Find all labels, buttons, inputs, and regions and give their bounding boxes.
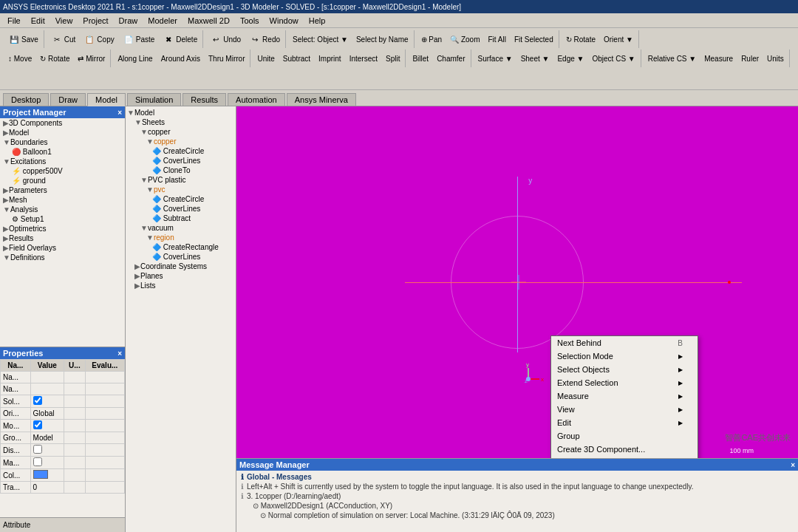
tree-ground[interactable]: ⚡ ground xyxy=(0,176,125,185)
menu-help[interactable]: Help xyxy=(304,16,330,26)
properties-close[interactable]: × xyxy=(117,349,122,358)
split-button[interactable]: Split xyxy=(382,50,403,66)
paste-button[interactable]: 📄Paste xyxy=(119,31,159,47)
mt-planes[interactable]: ▶ Planes xyxy=(127,271,234,281)
tree-field-overlays[interactable]: ▶ Field Overlays xyxy=(0,243,125,253)
relative-cs-button[interactable]: Relative CS ▼ xyxy=(644,50,700,66)
mt-region[interactable]: ▼ region xyxy=(127,233,234,242)
unite-button[interactable]: Unite xyxy=(253,50,278,66)
menu-edit[interactable]: Edit xyxy=(27,16,50,26)
tab-draw[interactable]: Draw xyxy=(50,93,86,106)
imprint-button[interactable]: Imprint xyxy=(315,50,345,66)
tab-model[interactable]: Model xyxy=(87,93,126,106)
project-manager-close[interactable]: × xyxy=(117,109,122,117)
mirror-button[interactable]: ⇄ Mirror xyxy=(74,50,109,66)
subtract-button[interactable]: Subtract xyxy=(279,50,314,66)
sheet-button[interactable]: Sheet ▼ xyxy=(517,50,553,66)
mt-pvc-group[interactable]: ▼ PVC plastic xyxy=(127,175,234,185)
color-swatch[interactable] xyxy=(33,470,48,479)
ctx-edit[interactable]: Edit ▶ xyxy=(551,416,698,429)
menu-tools[interactable]: Tools xyxy=(236,16,264,26)
object-cs-button[interactable]: Object CS ▼ xyxy=(588,50,638,66)
mt-coverlines1[interactable]: 🔷 CoverLines xyxy=(127,156,234,166)
ctx-measure[interactable]: Measure ▶ xyxy=(551,389,698,403)
fit-selected-button[interactable]: Fit Selected xyxy=(511,31,557,47)
mt-pvc-item[interactable]: ▼ pvc xyxy=(127,185,234,194)
billet-button[interactable]: Billet xyxy=(409,50,432,66)
orient-button[interactable]: Orient ▼ xyxy=(600,31,637,47)
ctx-select-objects[interactable]: Select Objects ▶ xyxy=(551,363,698,376)
fit-all-button[interactable]: Fit All xyxy=(484,31,509,47)
redo-button[interactable]: ↪Redo xyxy=(245,31,284,47)
display-checkbox[interactable] xyxy=(33,445,42,454)
tree-copper500v[interactable]: ⚡ copper500V xyxy=(0,166,125,176)
mt-vacuum-group[interactable]: ▼ vacuum xyxy=(127,223,234,233)
undo-button[interactable]: ↩Undo xyxy=(206,31,245,47)
menu-modeler[interactable]: Modeler xyxy=(143,16,182,26)
mt-lists[interactable]: ▶ Lists xyxy=(127,281,234,290)
mt-createcircle2[interactable]: 🔷 CreateCircle xyxy=(127,194,234,204)
surface-button[interactable]: Surface ▼ xyxy=(474,50,516,66)
tab-simulation[interactable]: Simulation xyxy=(127,93,181,106)
menu-project[interactable]: Project xyxy=(78,16,112,26)
menu-window[interactable]: Window xyxy=(265,16,303,26)
chamfer-button[interactable]: Chamfer xyxy=(433,50,468,66)
tree-balloon1[interactable]: 🔴 Balloon1 xyxy=(0,147,125,157)
mt-coord-sys[interactable]: ▶ Coordinate Systems xyxy=(127,262,234,271)
ctx-create-3d[interactable]: Create 3D Component... xyxy=(551,443,698,456)
mt-createcircle1[interactable]: 🔷 CreateCircle xyxy=(127,146,234,156)
tree-definitions[interactable]: ▼ Definitions xyxy=(0,253,125,262)
mt-coverlines3[interactable]: 🔷 CoverLines xyxy=(127,252,234,262)
pan-button[interactable]: ⊕ Pan xyxy=(417,31,446,47)
tree-analysis[interactable]: ▼ Analysis xyxy=(0,205,125,214)
tab-results[interactable]: Results xyxy=(183,93,226,106)
tree-mesh[interactable]: ▶ Mesh xyxy=(0,195,125,205)
cut-button[interactable]: ✂Cut xyxy=(47,31,80,47)
units-button[interactable]: Units xyxy=(763,50,788,66)
rotate2-button[interactable]: ↻ Rotate xyxy=(36,50,73,66)
copy-button[interactable]: 📋Copy xyxy=(80,31,117,47)
tab-desktop[interactable]: Desktop xyxy=(3,93,49,106)
viewport[interactable]: 100 mm y x y z xyxy=(236,106,798,458)
along-line-button[interactable]: Along Line xyxy=(114,50,156,66)
ctx-selection-mode[interactable]: Selection Mode ▶ xyxy=(551,349,698,363)
solved-checkbox[interactable] xyxy=(33,396,42,405)
menu-draw[interactable]: Draw xyxy=(115,16,143,26)
zoom-button[interactable]: 🔍 Zoom xyxy=(446,31,483,47)
mt-coverlines2[interactable]: 🔷 CoverLines xyxy=(127,204,234,214)
mt-sheets[interactable]: ▼ Sheets xyxy=(127,117,234,127)
tree-3d-components[interactable]: ▶ 3D Components xyxy=(0,118,125,128)
tree-setup1[interactable]: ⚙ Setup1 xyxy=(0,214,125,224)
rotate-button[interactable]: ↻ Rotate xyxy=(562,31,599,47)
mt-model[interactable]: ▼ Model xyxy=(127,108,234,117)
save-button[interactable]: 💾Save xyxy=(4,31,42,47)
mt-copper-item[interactable]: ▼ copper xyxy=(127,137,234,146)
delete-button[interactable]: ✖Delete xyxy=(159,31,201,47)
ctx-next-behind[interactable]: Next Behind B xyxy=(551,336,698,349)
menu-file[interactable]: File xyxy=(3,16,25,26)
tree-optimetrics[interactable]: ▶ Optimetrics xyxy=(0,224,125,233)
mt-cloneto[interactable]: 🔷 CloneTo xyxy=(127,166,234,175)
ma-checkbox[interactable] xyxy=(33,457,42,466)
select-object-button[interactable]: Select: Object ▼ xyxy=(289,31,352,47)
mt-createrect[interactable]: 🔷 CreateRectangle xyxy=(127,242,234,252)
tab-ansys-minerva[interactable]: Ansys Minerva xyxy=(287,93,356,106)
ctx-view[interactable]: View ▶ xyxy=(551,403,698,416)
tree-boundaries[interactable]: ▼ Boundaries xyxy=(0,137,125,147)
tree-excitations[interactable]: ▼ Excitations xyxy=(0,157,125,166)
thru-mirror-button[interactable]: Thru Mirror xyxy=(205,50,248,66)
select-by-name-button[interactable]: Select by Name xyxy=(352,31,412,47)
intersect-button[interactable]: Intersect xyxy=(346,50,381,66)
edge-button[interactable]: Edge ▼ xyxy=(553,50,587,66)
ruler-button[interactable]: Ruler xyxy=(737,50,763,66)
tree-results[interactable]: ▶ Results xyxy=(0,233,125,243)
menu-view[interactable]: View xyxy=(51,16,78,26)
menu-maxwell2d[interactable]: Maxwell 2D xyxy=(183,16,234,26)
message-manager-close[interactable]: × xyxy=(791,461,795,469)
tab-automation[interactable]: Automation xyxy=(228,93,285,106)
tree-parameters[interactable]: ▶ Parameters xyxy=(0,185,125,195)
mt-copper-group[interactable]: ▼ copper xyxy=(127,127,234,137)
tree-model[interactable]: ▶ Model xyxy=(0,128,125,137)
model-checkbox[interactable] xyxy=(33,420,42,429)
around-axis-button[interactable]: Around Axis xyxy=(157,50,204,66)
